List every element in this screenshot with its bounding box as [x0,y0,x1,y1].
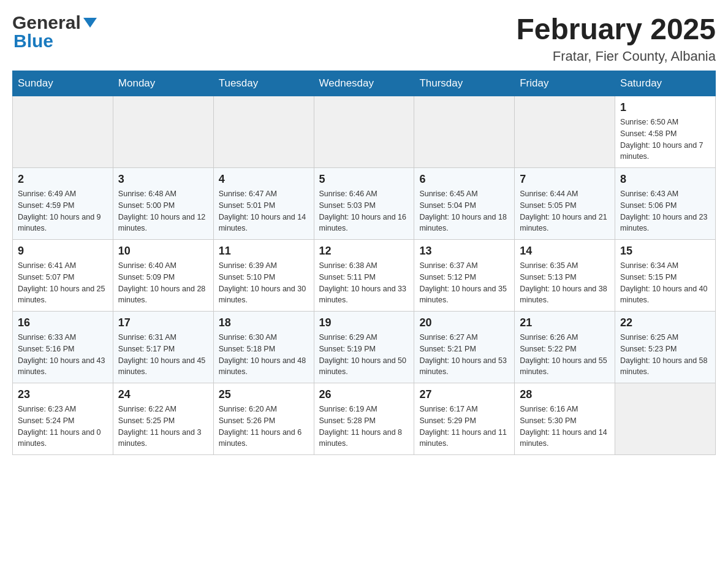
calendar-cell: 4Sunrise: 6:47 AM Sunset: 5:01 PM Daylig… [213,168,314,240]
day-info: Sunrise: 6:27 AM Sunset: 5:21 PM Dayligh… [419,332,509,378]
calendar-cell: 26Sunrise: 6:19 AM Sunset: 5:28 PM Dayli… [314,383,414,455]
calendar-cell: 21Sunrise: 6:26 AM Sunset: 5:22 PM Dayli… [515,312,615,383]
calendar-cell: 9Sunrise: 6:41 AM Sunset: 5:07 PM Daylig… [13,240,113,312]
logo-triangle-icon [83,18,97,30]
calendar-cell [515,96,615,168]
weekday-header-sunday: Sunday [13,71,113,96]
day-info: Sunrise: 6:19 AM Sunset: 5:28 PM Dayligh… [319,404,409,450]
day-info: Sunrise: 6:26 AM Sunset: 5:22 PM Dayligh… [520,332,610,378]
day-info: Sunrise: 6:20 AM Sunset: 5:26 PM Dayligh… [219,404,309,450]
day-number: 23 [18,388,108,401]
calendar-cell: 28Sunrise: 6:16 AM Sunset: 5:30 PM Dayli… [515,383,615,455]
calendar-cell: 8Sunrise: 6:43 AM Sunset: 5:06 PM Daylig… [615,168,716,240]
weekday-header-row: SundayMondayTuesdayWednesdayThursdayFrid… [13,71,716,96]
calendar-cell: 24Sunrise: 6:22 AM Sunset: 5:25 PM Dayli… [113,383,213,455]
day-number: 2 [18,173,108,186]
day-info: Sunrise: 6:29 AM Sunset: 5:19 PM Dayligh… [319,332,409,378]
day-number: 1 [620,101,710,114]
calendar-cell: 27Sunrise: 6:17 AM Sunset: 5:29 PM Dayli… [414,383,515,455]
day-info: Sunrise: 6:39 AM Sunset: 5:10 PM Dayligh… [219,260,309,306]
day-number: 19 [319,316,409,329]
month-title: February 2025 [516,12,716,46]
day-info: Sunrise: 6:47 AM Sunset: 5:01 PM Dayligh… [219,188,309,234]
day-number: 16 [18,316,108,329]
calendar-week-row: 1Sunrise: 6:50 AM Sunset: 4:58 PM Daylig… [13,96,716,168]
calendar-week-row: 9Sunrise: 6:41 AM Sunset: 5:07 PM Daylig… [13,240,716,312]
calendar-body: 1Sunrise: 6:50 AM Sunset: 4:58 PM Daylig… [13,96,716,455]
title-section: February 2025 Fratar, Fier County, Alban… [516,12,716,64]
day-number: 10 [118,245,208,258]
day-number: 26 [319,388,409,401]
calendar-table: SundayMondayTuesdayWednesdayThursdayFrid… [12,71,716,455]
day-info: Sunrise: 6:41 AM Sunset: 5:07 PM Dayligh… [18,260,108,306]
location-title: Fratar, Fier County, Albania [516,48,716,64]
day-info: Sunrise: 6:23 AM Sunset: 5:24 PM Dayligh… [18,404,108,450]
calendar-header: SundayMondayTuesdayWednesdayThursdayFrid… [13,71,716,96]
day-number: 27 [419,388,509,401]
day-info: Sunrise: 6:34 AM Sunset: 5:15 PM Dayligh… [620,260,710,306]
calendar-week-row: 23Sunrise: 6:23 AM Sunset: 5:24 PM Dayli… [13,383,716,455]
day-info: Sunrise: 6:31 AM Sunset: 5:17 PM Dayligh… [118,332,208,378]
day-info: Sunrise: 6:49 AM Sunset: 4:59 PM Dayligh… [18,188,108,234]
calendar-cell [314,96,414,168]
calendar-cell: 19Sunrise: 6:29 AM Sunset: 5:19 PM Dayli… [314,312,414,383]
calendar-cell [13,96,113,168]
day-info: Sunrise: 6:43 AM Sunset: 5:06 PM Dayligh… [620,188,710,234]
svg-marker-0 [83,18,97,28]
calendar-cell: 3Sunrise: 6:48 AM Sunset: 5:00 PM Daylig… [113,168,213,240]
calendar-cell [113,96,213,168]
weekday-header-wednesday: Wednesday [314,71,414,96]
day-info: Sunrise: 6:16 AM Sunset: 5:30 PM Dayligh… [520,404,610,450]
weekday-header-saturday: Saturday [615,71,716,96]
day-number: 20 [419,316,509,329]
weekday-header-friday: Friday [515,71,615,96]
day-info: Sunrise: 6:37 AM Sunset: 5:12 PM Dayligh… [419,260,509,306]
page-header: General Blue February 2025 Fratar, Fier … [12,12,716,64]
day-info: Sunrise: 6:17 AM Sunset: 5:29 PM Dayligh… [419,404,509,450]
day-info: Sunrise: 6:30 AM Sunset: 5:18 PM Dayligh… [219,332,309,378]
calendar-cell [615,383,716,455]
day-number: 6 [419,173,509,186]
day-info: Sunrise: 6:35 AM Sunset: 5:13 PM Dayligh… [520,260,610,306]
day-info: Sunrise: 6:38 AM Sunset: 5:11 PM Dayligh… [319,260,409,306]
day-number: 8 [620,173,710,186]
day-info: Sunrise: 6:44 AM Sunset: 5:05 PM Dayligh… [520,188,610,234]
day-number: 7 [520,173,610,186]
calendar-cell: 11Sunrise: 6:39 AM Sunset: 5:10 PM Dayli… [213,240,314,312]
day-number: 22 [620,316,710,329]
calendar-cell: 13Sunrise: 6:37 AM Sunset: 5:12 PM Dayli… [414,240,515,312]
calendar-cell: 18Sunrise: 6:30 AM Sunset: 5:18 PM Dayli… [213,312,314,383]
logo-blue-text: Blue [13,31,53,52]
day-number: 28 [520,388,610,401]
day-info: Sunrise: 6:45 AM Sunset: 5:04 PM Dayligh… [419,188,509,234]
calendar-cell [213,96,314,168]
day-number: 9 [18,245,108,258]
calendar-cell: 22Sunrise: 6:25 AM Sunset: 5:23 PM Dayli… [615,312,716,383]
calendar-cell: 25Sunrise: 6:20 AM Sunset: 5:26 PM Dayli… [213,383,314,455]
day-number: 18 [219,316,309,329]
day-info: Sunrise: 6:46 AM Sunset: 5:03 PM Dayligh… [319,188,409,234]
calendar-cell [414,96,515,168]
day-number: 12 [319,245,409,258]
calendar-cell: 20Sunrise: 6:27 AM Sunset: 5:21 PM Dayli… [414,312,515,383]
logo: General Blue [12,12,97,52]
logo-general-text: General [12,12,81,33]
day-info: Sunrise: 6:33 AM Sunset: 5:16 PM Dayligh… [18,332,108,378]
day-number: 5 [319,173,409,186]
calendar-cell: 23Sunrise: 6:23 AM Sunset: 5:24 PM Dayli… [13,383,113,455]
day-number: 17 [118,316,208,329]
day-number: 13 [419,245,509,258]
weekday-header-monday: Monday [113,71,213,96]
day-number: 11 [219,245,309,258]
calendar-cell: 16Sunrise: 6:33 AM Sunset: 5:16 PM Dayli… [13,312,113,383]
day-number: 3 [118,173,208,186]
calendar-cell: 7Sunrise: 6:44 AM Sunset: 5:05 PM Daylig… [515,168,615,240]
calendar-cell: 14Sunrise: 6:35 AM Sunset: 5:13 PM Dayli… [515,240,615,312]
day-info: Sunrise: 6:25 AM Sunset: 5:23 PM Dayligh… [620,332,710,378]
day-info: Sunrise: 6:40 AM Sunset: 5:09 PM Dayligh… [118,260,208,306]
calendar-cell: 17Sunrise: 6:31 AM Sunset: 5:17 PM Dayli… [113,312,213,383]
calendar-week-row: 2Sunrise: 6:49 AM Sunset: 4:59 PM Daylig… [13,168,716,240]
day-number: 4 [219,173,309,186]
day-number: 25 [219,388,309,401]
day-number: 21 [520,316,610,329]
